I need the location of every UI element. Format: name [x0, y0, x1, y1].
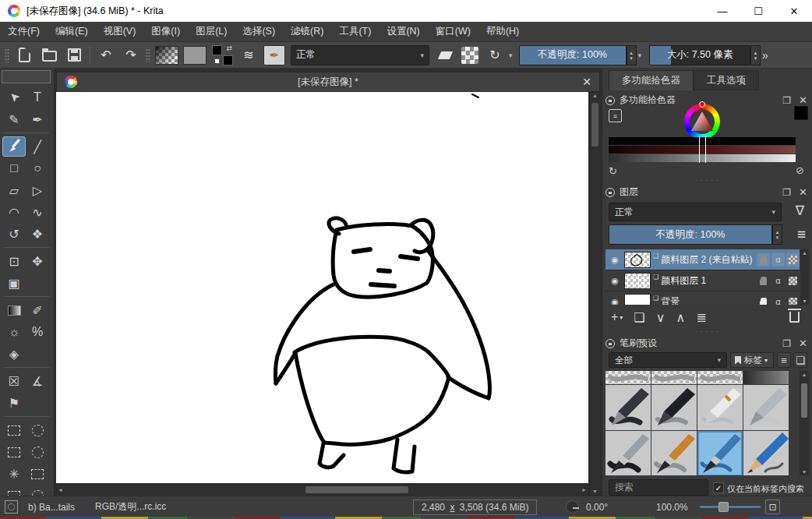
zoom-slider-thumb[interactable]	[718, 502, 729, 512]
blend-mode-dropdown[interactable]: 正常 ▾	[291, 45, 429, 65]
brush-preset-2-0[interactable]	[605, 431, 651, 475]
no-color-icon[interactable]: ⊘	[796, 164, 804, 176]
current-brush-name[interactable]: b) Ba...tails	[28, 496, 75, 517]
preset-filter-dropdown[interactable]: 全部 ▾	[609, 352, 727, 368]
preset-menu-button[interactable]: ≡	[777, 352, 791, 368]
color-sampler-tool[interactable]: ✐	[26, 300, 49, 320]
close-panel-icon[interactable]: ✕	[799, 186, 807, 198]
delete-layer-button[interactable]	[789, 312, 800, 323]
brush-size-slider[interactable]: 大小: 7.50 像素	[649, 45, 750, 65]
dynamic-brush-tool[interactable]: ↺	[2, 224, 26, 244]
document-close-icon[interactable]: ✕	[582, 76, 591, 88]
layer-visibility-icon[interactable]: ◉	[605, 276, 624, 286]
canvas-vertical-scrollbar[interactable]: ▲ ▼	[589, 92, 600, 495]
menu-item-0[interactable]: 文件(F)	[0, 22, 48, 42]
redo-button[interactable]: ↷	[121, 45, 141, 65]
shade-bar-handle[interactable]	[699, 154, 706, 163]
layer-list-scrollbar[interactable]: ▲ ▼	[800, 249, 809, 305]
hsv-triangle[interactable]	[689, 110, 715, 133]
close-panel-icon[interactable]: ✕	[799, 94, 807, 106]
zoom-percent[interactable]: 100.0%	[656, 496, 688, 517]
move-layer-down-button[interactable]: ∨	[656, 310, 665, 325]
panel-splitter[interactable]: · · · · ·	[602, 177, 812, 184]
layer-blend-mode-dropdown[interactable]: 正常 ▾	[609, 203, 782, 221]
new-document-button[interactable]	[14, 45, 34, 65]
layer-visibility-icon[interactable]: ◉	[605, 255, 624, 265]
preset-view-button[interactable]: ❏	[793, 352, 807, 368]
scroll-down-icon[interactable]: ▼	[800, 298, 809, 304]
ellipse-tool[interactable]: ○	[26, 158, 49, 178]
brush-preset-1-3[interactable]	[743, 385, 789, 430]
layer-name[interactable]: 颜料图层 1	[661, 274, 755, 288]
menu-item-4[interactable]: 图层(L)	[188, 22, 235, 42]
multibrush-tool[interactable]: ❖	[26, 224, 49, 244]
save-button[interactable]	[64, 45, 84, 65]
fill-tool[interactable]: ◈	[2, 344, 26, 364]
brush-preset-1-1[interactable]	[651, 385, 697, 430]
layer-row-0[interactable]: ◉❏颜料图层 2 (来自粘贴)α	[605, 249, 800, 270]
layer-inherit-alpha-button[interactable]	[786, 295, 800, 305]
document-titlebar[interactable]: [未保存图像] * ✕	[56, 72, 600, 92]
menu-item-10[interactable]: 帮助(H)	[478, 22, 527, 42]
brush-preset-2-3[interactable]	[743, 431, 789, 475]
rectangular-selection-tool[interactable]	[2, 420, 26, 440]
tab-tool-options[interactable]: 工具选项	[694, 70, 759, 90]
foreground-color-swatch[interactable]	[212, 45, 222, 55]
zoom-slider[interactable]	[700, 496, 761, 517]
float-panel-icon[interactable]: ❐	[782, 187, 791, 198]
reference-images-tool[interactable]: ⚑	[2, 393, 26, 413]
menu-item-1[interactable]: 编辑(E)	[48, 22, 96, 42]
layer-filter-button[interactable]: ∇	[796, 203, 804, 219]
brush-preset-1-0[interactable]	[605, 385, 651, 430]
polygon-tool[interactable]: ▱	[2, 180, 26, 200]
default-colors-swatch[interactable]	[214, 58, 220, 64]
fit-canvas-button[interactable]: ⊡	[765, 496, 780, 517]
lock-icon[interactable]	[605, 96, 615, 105]
brush-preset-0-1[interactable]	[651, 371, 697, 384]
line-tool[interactable]: ╱	[26, 136, 49, 157]
smart-patch-tool[interactable]: ☼	[2, 322, 26, 342]
preset-scrollbar[interactable]: ▲ ▼	[800, 371, 809, 475]
rotation-angle[interactable]: 0.00°	[586, 496, 608, 517]
hue-handle[interactable]	[699, 101, 705, 108]
layer-alpha-button[interactable]: α	[771, 274, 785, 288]
shade-bar-red[interactable]	[609, 146, 796, 154]
background-color-swatch[interactable]	[223, 55, 233, 65]
layer-options-button[interactable]: ≡	[797, 226, 806, 243]
brush-option-list-button[interactable]: ≋	[238, 45, 259, 65]
preset-search-input[interactable]: 搜索	[609, 479, 708, 496]
colorize-mask-tool[interactable]: %	[26, 322, 49, 342]
menu-item-3[interactable]: 图像(I)	[143, 22, 188, 42]
measure-tool[interactable]: ∡	[26, 371, 49, 391]
select-shapes-tool[interactable]: ➤	[0, 82, 30, 113]
bezier-curve-tool[interactable]: ◠	[2, 202, 26, 222]
menu-item-9[interactable]: 窗口(W)	[428, 22, 478, 42]
close-button[interactable]: ✕	[776, 0, 812, 22]
calligraphy-tool[interactable]: ✒	[26, 109, 49, 129]
color-profile[interactable]: RGB/透明...rc.icc	[95, 496, 166, 517]
toolbar-overflow-button[interactable]: »	[762, 49, 773, 62]
maximize-button[interactable]: ☐	[740, 0, 776, 22]
selection-mode-button[interactable]	[5, 496, 18, 517]
gradient-chooser[interactable]	[155, 46, 178, 65]
horizontal-scroll-thumb[interactable]	[305, 486, 408, 493]
shade-bar-dark[interactable]	[609, 137, 796, 145]
polygonal-selection-tool[interactable]	[2, 442, 26, 462]
brush-preset-2-1[interactable]	[651, 431, 697, 475]
chevron-down-icon[interactable]: ▾	[509, 51, 513, 59]
gradient-tool[interactable]	[2, 300, 26, 320]
color-settings-button[interactable]: ≡	[609, 109, 622, 122]
polyline-tool[interactable]: ▷	[26, 180, 49, 200]
tab-advanced-color-selector[interactable]: 多功能拾色器	[609, 70, 694, 90]
scroll-left-icon[interactable]: ◄	[58, 487, 63, 493]
opacity-spinner[interactable]: ▴▾	[627, 45, 637, 65]
lock-icon[interactable]	[605, 339, 615, 348]
scroll-up-icon[interactable]: ▲	[800, 250, 809, 256]
close-panel-icon[interactable]: ✕	[799, 337, 807, 349]
rectangle-tool[interactable]: □	[2, 158, 26, 178]
foreground-background-colors[interactable]: ⇄	[212, 45, 233, 65]
canvas-horizontal-scrollbar[interactable]: ◄ ►	[56, 484, 588, 495]
brush-preset-0-0[interactable]	[605, 371, 651, 384]
add-layer-button[interactable]: +▾	[611, 310, 623, 324]
scroll-down-icon[interactable]: ▼	[590, 489, 600, 494]
